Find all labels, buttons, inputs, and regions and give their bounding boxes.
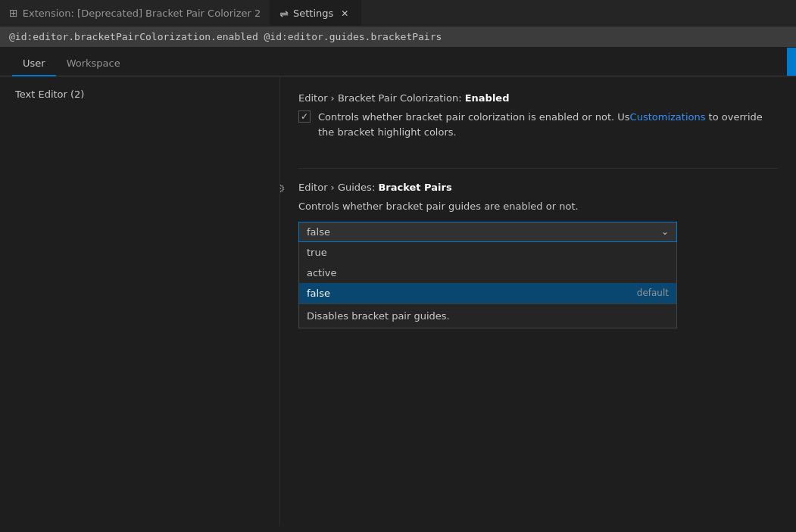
search-bar — [0, 26, 796, 48]
dropdown-selected[interactable]: false ⌄ — [298, 222, 677, 242]
settings-tab-label: Settings — [293, 8, 333, 19]
settings-content: Editor › Bracket Pair Colorization: Enab… — [280, 76, 796, 526]
dropdown-list: true active false default Disables brack… — [298, 242, 677, 328]
checkmark-icon: ✓ — [301, 112, 308, 121]
close-tab-button[interactable]: ✕ — [338, 7, 351, 20]
setting-divider — [298, 168, 778, 169]
guides-description: Controls whether bracket pair guides are… — [298, 199, 778, 214]
tab-workspace[interactable]: Workspace — [56, 51, 131, 76]
settings-tabs: User Workspace — [0, 48, 796, 76]
main-layout: Text Editor (2) Editor › Bracket Pair Co… — [0, 76, 796, 526]
sidebar: Text Editor (2) — [0, 76, 280, 526]
dropdown-selected-description: Disables bracket pair guides. — [299, 303, 676, 328]
gear-icon[interactable]: ⚙ — [280, 182, 286, 194]
blue-accent-bar — [787, 48, 796, 76]
colorization-checkbox[interactable]: ✓ — [298, 110, 311, 123]
dropdown-option-true[interactable]: true — [299, 242, 676, 263]
extension-tab-label: Extension: [Deprecated] Bracket Pair Col… — [23, 8, 261, 19]
customizations-link[interactable]: Customizations — [630, 111, 706, 123]
dropdown-option-active[interactable]: active — [299, 263, 676, 283]
chevron-down-icon: ⌄ — [661, 226, 669, 237]
setting-bracket-pair-guides: ⚙ Editor › Guides: Bracket Pairs Control… — [298, 181, 778, 242]
setting-title-colorization: Editor › Bracket Pair Colorization: Enab… — [298, 92, 778, 105]
default-badge: default — [637, 288, 669, 298]
checkbox-row: ✓ Controls whether bracket pair coloriza… — [298, 110, 778, 147]
extension-tab[interactable]: ⊞ Extension: [Deprecated] Bracket Pair C… — [0, 0, 270, 26]
search-input[interactable] — [9, 31, 787, 42]
setting-bracket-pair-colorization: Editor › Bracket Pair Colorization: Enab… — [298, 92, 778, 147]
settings-icon: ⇌ — [279, 8, 289, 20]
setting-title-guides: Editor › Guides: Bracket Pairs — [298, 181, 778, 194]
extension-icon: ⊞ — [9, 7, 18, 19]
settings-tab[interactable]: ⇌ Settings ✕ — [270, 0, 361, 26]
tab-bar: ⊞ Extension: [Deprecated] Bracket Pair C… — [0, 0, 796, 26]
sidebar-item-text-editor[interactable]: Text Editor (2) — [0, 86, 279, 103]
dropdown-current-value: false — [307, 226, 330, 238]
bracket-pairs-dropdown-wrapper: false ⌄ true active false default Disabl… — [298, 222, 677, 242]
tab-user[interactable]: User — [12, 51, 56, 76]
dropdown-option-false[interactable]: false default — [299, 283, 676, 303]
colorization-description: Controls whether bracket pair colorizati… — [318, 110, 778, 139]
